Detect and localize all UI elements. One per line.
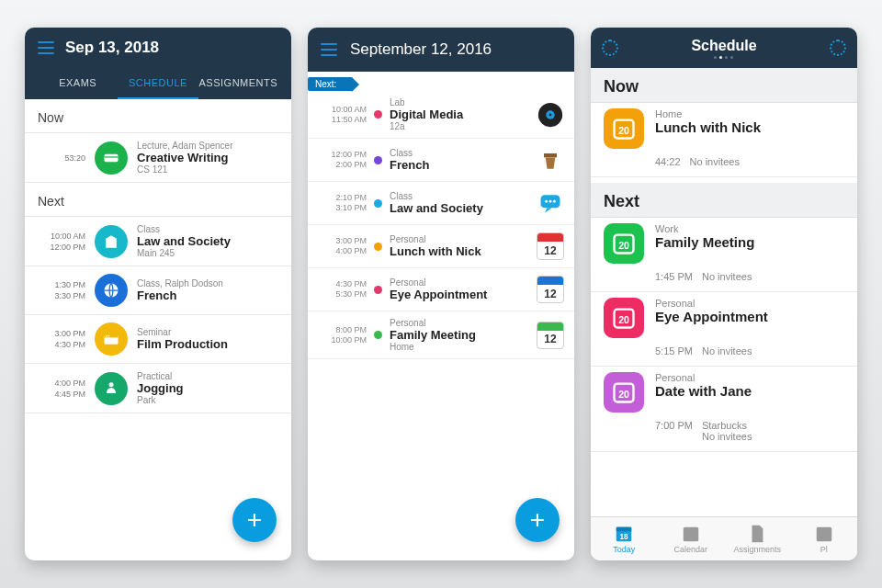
- svg-point-12: [545, 200, 548, 203]
- today-icon: 18: [614, 524, 634, 544]
- menu-icon[interactable]: [321, 43, 337, 56]
- event-title: Eye Appointment: [655, 309, 844, 324]
- event-title: Film Production: [137, 337, 228, 351]
- time-range: 8:00 PM10:00 PM: [317, 325, 367, 345]
- chat-icon: [536, 188, 565, 218]
- calendar-icon: [681, 524, 701, 544]
- time-range: 12:00 PM2:00 PM: [317, 150, 367, 170]
- svg-text:20: 20: [618, 125, 629, 136]
- invitees: No invitees: [690, 156, 740, 167]
- event-title: Family Meeting: [655, 234, 844, 250]
- svg-rect-26: [684, 527, 699, 542]
- menu-icon[interactable]: [38, 41, 54, 54]
- event-title: Eye Appointment: [390, 288, 536, 301]
- tab-schedule[interactable]: SCHEDULE: [118, 68, 198, 99]
- svg-text:18: 18: [620, 533, 629, 541]
- event-title: Digital Media: [390, 107, 536, 121]
- bottom-tab-bar: 18 Today Calendar Assignments Pl: [591, 516, 857, 560]
- schedule-row[interactable]: 8:00 PM10:00 PMPersonalFamily MeetingHom…: [308, 311, 574, 359]
- event-icon: [95, 274, 128, 307]
- svg-rect-0: [105, 153, 119, 161]
- schedule-row[interactable]: 2:10 PM3:10 PMClassLaw and Society: [308, 182, 574, 225]
- now-event[interactable]: 53:20 Lecture, Adam Spencer Creative Wri…: [25, 133, 291, 183]
- event-category: Personal: [390, 277, 536, 288]
- event-title: Law and Society: [390, 201, 536, 215]
- schedule-row[interactable]: 20WorkFamily Meeting: [591, 218, 857, 267]
- event-title: Lunch with Nick: [655, 119, 844, 135]
- event-category: Practical: [137, 371, 184, 381]
- svg-point-5: [106, 335, 107, 337]
- schedule-row[interactable]: 3:00 PM4:30 PMSeminarFilm Production: [25, 315, 291, 364]
- schedule-row[interactable]: 10:00 AM11:50 AMLabDigital Media12a: [308, 91, 574, 139]
- add-button[interactable]: +: [232, 498, 277, 542]
- schedule-row[interactable]: 4:00 PM4:45 PMPracticalJoggingPark: [25, 364, 291, 413]
- event-extra: No invitees: [702, 271, 752, 282]
- countdown: 44:22: [655, 156, 681, 167]
- event-time: 1:45 PM: [655, 271, 693, 282]
- time-range: 1:30 PM3:30 PM: [34, 279, 85, 301]
- time-range: 3:00 PM4:30 PM: [34, 328, 85, 350]
- tab-bar: EXAMS SCHEDULE ASSIGNMENTS: [38, 68, 278, 99]
- add-button[interactable]: +: [515, 498, 560, 542]
- svg-rect-27: [817, 527, 832, 542]
- tab-exams[interactable]: EXAMS: [38, 68, 118, 99]
- now-event[interactable]: 20 Home Lunch with Nick: [591, 103, 857, 153]
- event-location: CS 121: [137, 164, 233, 175]
- section-next: Next: [25, 183, 291, 217]
- page-dots: [691, 56, 756, 59]
- event-title: Law and Society: [137, 234, 231, 248]
- countdown: 53:20: [34, 153, 85, 164]
- settings-icon[interactable]: [602, 40, 618, 56]
- event-category: Personal: [390, 318, 536, 328]
- tab-assignments[interactable]: Assignments: [724, 517, 791, 560]
- schedule-row[interactable]: 1:30 PM3:30 PMClass, Ralph DodsonFrench: [25, 266, 291, 315]
- header-date: Sep 13, 2018: [65, 39, 159, 57]
- section-next: Next: [591, 183, 857, 218]
- next-banner: Next:: [308, 77, 352, 91]
- event-time: 7:00 PM: [655, 420, 693, 442]
- event-location: Park: [137, 395, 184, 405]
- event-category: Seminar: [137, 327, 228, 337]
- time-range: 3:00 PM4:00 PM: [317, 236, 367, 256]
- calendar-icon: 20: [604, 298, 644, 338]
- schedule-row[interactable]: 3:00 PM4:00 PMPersonalLunch with Nick12: [308, 225, 574, 268]
- event-category: Home: [655, 108, 844, 119]
- tab-calendar[interactable]: Calendar: [658, 517, 725, 560]
- tab-assignments[interactable]: ASSIGNMENTS: [198, 68, 278, 99]
- event-title: Jogging: [137, 381, 184, 395]
- phone-2: September 12, 2016 Next: 10:00 AM11:50 A…: [308, 28, 574, 560]
- schedule-row[interactable]: 20PersonalDate with Jane: [591, 367, 857, 416]
- color-dot: [374, 331, 382, 339]
- event-extra: No invitees: [702, 345, 752, 356]
- svg-text:20: 20: [618, 389, 629, 400]
- planner-icon: [814, 524, 834, 544]
- event-icon: [95, 225, 128, 258]
- time-range: 2:10 PM3:10 PM: [317, 193, 367, 213]
- mini-calendar-icon: 12: [536, 321, 565, 350]
- section-now: Now: [591, 68, 857, 103]
- schedule-row[interactable]: 20PersonalEye Appointment: [591, 292, 857, 342]
- header-title: Schedule: [691, 38, 756, 54]
- event-category: Class: [390, 191, 536, 201]
- mini-calendar-icon: 12: [536, 275, 565, 304]
- event-category: Personal: [655, 372, 844, 383]
- schedule-row[interactable]: 12:00 PM2:00 PMClassFrench: [308, 139, 574, 182]
- schedule-row[interactable]: 4:30 PM5:30 PMPersonalEye Appointment12: [308, 268, 574, 311]
- color-dot: [374, 156, 382, 164]
- svg-point-13: [549, 200, 552, 203]
- tab-planner[interactable]: Pl: [791, 517, 858, 560]
- event-location: Main 245: [137, 248, 231, 258]
- header-date: September 12, 2016: [350, 40, 492, 59]
- calendar-icon: 20: [604, 223, 644, 264]
- sync-icon[interactable]: [830, 40, 846, 56]
- time-range: 10:00 AM12:00 PM: [34, 231, 85, 253]
- event-category: Lecture, Adam Spencer: [137, 141, 233, 151]
- schedule-row[interactable]: 10:00 AM12:00 PMClassLaw and SocietyMain…: [25, 217, 291, 266]
- event-icon: [95, 322, 128, 356]
- tab-today[interactable]: 18 Today: [591, 517, 658, 560]
- svg-point-14: [553, 200, 556, 203]
- event-icon: [95, 372, 128, 405]
- assignments-icon: [747, 524, 767, 544]
- section-now: Now: [25, 99, 291, 133]
- event-icon: [95, 141, 128, 175]
